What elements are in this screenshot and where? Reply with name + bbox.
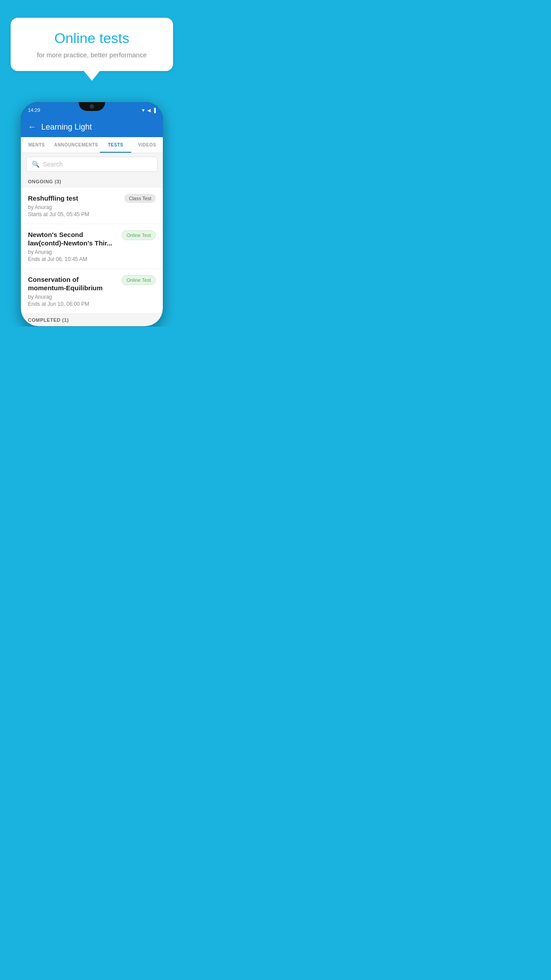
phone-notch [79, 102, 105, 111]
search-bar: 🔍 Search [21, 153, 163, 175]
app-title: Learning Light [41, 122, 92, 132]
test-info: Newton's Second law(contd)-Newton's Thir… [28, 230, 122, 262]
search-input[interactable]: Search [43, 161, 63, 168]
test-by: by Anurag [28, 204, 120, 210]
test-name: Reshuffling test [28, 194, 120, 203]
test-info: Reshuffling test by Anurag Starts at Jul… [28, 194, 124, 217]
app-bar: ← Learning Light [21, 118, 163, 137]
bubble-subtitle: for more practice, better performance [25, 51, 159, 59]
ongoing-section-header: ONGOING (3) [21, 175, 163, 188]
tabs-bar: MENTS ANNOUNCEMENTS TESTS VIDEOS [21, 137, 163, 153]
list-item[interactable]: Newton's Second law(contd)-Newton's Thir… [21, 224, 163, 269]
speech-bubble-area: Online tests for more practice, better p… [0, 0, 184, 84]
signal-icon: ◀ [147, 108, 151, 113]
phone-device: 14:29 ▼ ◀ ▐ ← Learning Light MENTS ANNOU… [21, 102, 163, 326]
phone-wrapper: 14:29 ▼ ◀ ▐ ← Learning Light MENTS ANNOU… [0, 84, 184, 326]
test-name: Conservation of momentum-Equilibrium [28, 275, 117, 292]
tab-announcements[interactable]: ANNOUNCEMENTS [52, 137, 100, 153]
wifi-icon: ▼ [141, 108, 146, 113]
tab-videos[interactable]: VIDEOS [131, 137, 163, 153]
list-item[interactable]: Reshuffling test by Anurag Starts at Jul… [21, 188, 163, 224]
test-by: by Anurag [28, 294, 117, 300]
test-badge-online: Online Test [122, 230, 156, 240]
test-date: Starts at Jul 05, 05:45 PM [28, 211, 120, 217]
back-button[interactable]: ← [28, 122, 36, 132]
camera-icon [90, 104, 94, 109]
test-list: Reshuffling test by Anurag Starts at Jul… [21, 188, 163, 314]
speech-bubble: Online tests for more practice, better p… [11, 18, 173, 71]
test-date: Ends at Jul 06, 10:45 AM [28, 256, 117, 262]
test-badge-online: Online Test [122, 275, 156, 285]
status-time: 14:29 [28, 107, 40, 113]
list-item[interactable]: Conservation of momentum-Equilibrium by … [21, 269, 163, 314]
test-name: Newton's Second law(contd)-Newton's Thir… [28, 230, 117, 248]
test-by: by Anurag [28, 249, 117, 255]
tab-assignments[interactable]: MENTS [21, 137, 52, 153]
battery-icon: ▐ [153, 108, 156, 113]
test-badge-class: Class Test [124, 194, 156, 203]
bubble-title: Online tests [25, 30, 159, 47]
completed-section-header: COMPLETED (1) [21, 314, 163, 326]
search-icon: 🔍 [32, 161, 39, 168]
status-bar: 14:29 ▼ ◀ ▐ [21, 102, 163, 118]
test-date: Ends at Jun 10, 06:00 PM [28, 301, 117, 307]
search-input-wrapper[interactable]: 🔍 Search [26, 157, 157, 172]
test-info: Conservation of momentum-Equilibrium by … [28, 275, 122, 307]
tab-tests[interactable]: TESTS [100, 137, 131, 153]
status-icons: ▼ ◀ ▐ [141, 108, 156, 113]
